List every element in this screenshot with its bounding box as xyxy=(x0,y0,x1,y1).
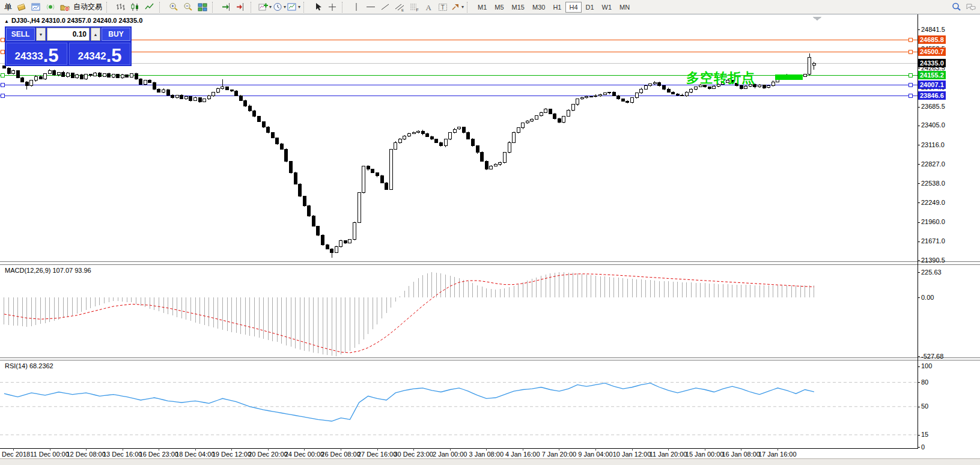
line-chart-button[interactable] xyxy=(142,1,156,13)
candle-body xyxy=(553,114,556,118)
line-anchor-handle[interactable] xyxy=(1,50,4,54)
bar-chart-button[interactable] xyxy=(114,1,127,13)
auto-scroll-button[interactable] xyxy=(219,1,233,13)
candle-body xyxy=(439,142,442,146)
price-axis-tick-label: 24841.5 xyxy=(921,26,945,33)
chat-button[interactable] xyxy=(964,1,978,13)
volume-input[interactable] xyxy=(47,28,90,41)
line-anchor-handle[interactable] xyxy=(1,38,4,41)
line-anchor-handle[interactable] xyxy=(908,50,912,54)
one-click-trading-panel: SELL ▼ ▲ BUY 24333.5 24342.5 xyxy=(5,26,132,66)
macd-axis-tick-label: 0.00 xyxy=(921,294,934,301)
buy-button[interactable]: BUY xyxy=(102,28,130,41)
candle-body xyxy=(653,82,656,84)
trendline-button[interactable] xyxy=(378,1,392,13)
zoom-out-icon xyxy=(183,2,193,12)
time-axis-tick-label: 10 Jan 12:00 xyxy=(613,451,651,458)
search-button[interactable] xyxy=(949,1,963,13)
dropdown-arrow-icon[interactable]: ▾ xyxy=(269,4,272,10)
autotrading-button[interactable] xyxy=(58,1,72,13)
candle-body xyxy=(330,249,333,253)
line-anchor-handle[interactable] xyxy=(1,73,4,77)
line-anchor-handle[interactable] xyxy=(1,84,4,87)
autotrading-label[interactable]: 自动交易 xyxy=(72,2,103,12)
line-anchor-handle[interactable] xyxy=(908,84,912,87)
fibonacci-button[interactable]: F xyxy=(407,1,421,13)
price-axis-tick-label: 23685.5 xyxy=(921,103,945,110)
sell-price-pips: .5 xyxy=(43,48,59,63)
horizontal-line-button[interactable] xyxy=(364,1,377,13)
price-chart-canvas[interactable]: 多空转折点 xyxy=(0,14,918,261)
candle-body xyxy=(85,74,88,79)
buy-price-display[interactable]: 24342.5 xyxy=(69,43,130,65)
arrows-button[interactable]: ▾ xyxy=(450,1,464,13)
dropdown-arrow-icon[interactable]: ▾ xyxy=(284,4,286,10)
cursor-icon xyxy=(312,2,323,12)
collapse-panel-icon[interactable]: ▲ xyxy=(4,19,9,24)
rsi-pane-canvas[interactable] xyxy=(0,360,918,448)
timeframe-mn-button[interactable]: MN xyxy=(616,2,633,13)
volume-decrease-button[interactable]: ▼ xyxy=(36,28,46,41)
candle-body xyxy=(148,81,151,82)
zoom-out-button[interactable] xyxy=(181,1,195,13)
candle-body xyxy=(467,133,470,139)
candle-body xyxy=(398,139,401,143)
time-axis-tick-label: 3 Jan 08:00 xyxy=(469,451,504,458)
line-anchor-handle[interactable] xyxy=(908,94,912,98)
highlight-zone-rect[interactable] xyxy=(775,74,803,80)
timeframe-h1-button[interactable]: H1 xyxy=(549,2,565,13)
chart-shift-marker-icon[interactable] xyxy=(812,17,822,20)
line-anchor-handle[interactable] xyxy=(908,73,912,77)
dropdown-arrow-icon[interactable]: ▾ xyxy=(461,4,464,10)
rsi-axis-tick-label: 50 xyxy=(921,403,928,410)
text-button[interactable]: A xyxy=(421,1,435,13)
timeframe-h4-button[interactable]: H4 xyxy=(565,2,581,13)
candle-body xyxy=(108,74,111,78)
autotrading-icon xyxy=(59,2,70,12)
line-anchor-handle[interactable] xyxy=(908,38,912,41)
volume-increase-button[interactable]: ▲ xyxy=(91,28,100,41)
dropdown-arrow-icon[interactable]: ▾ xyxy=(298,4,300,10)
crosshair-button[interactable] xyxy=(325,1,339,13)
timeframe-m15-button[interactable]: M15 xyxy=(508,2,528,13)
vertical-line-button[interactable] xyxy=(349,1,363,13)
zoom-in-button[interactable] xyxy=(166,1,180,13)
line-anchor-handle[interactable] xyxy=(1,94,4,98)
signal-button[interactable] xyxy=(43,1,57,13)
sell-price-display[interactable]: 24333.5 xyxy=(6,43,67,65)
chart-annotation-text[interactable]: 多空转折点 xyxy=(686,70,755,85)
horizontal-line-icon xyxy=(365,2,376,12)
periods-button[interactable]: ▾ xyxy=(272,1,286,13)
axis-tick xyxy=(918,29,920,30)
candle-body xyxy=(690,89,693,93)
candle-body xyxy=(599,94,602,96)
candle-body xyxy=(385,183,388,189)
time-axis-tick-label: 16 Jan 08:00 xyxy=(722,451,760,458)
macd-pane-canvas[interactable] xyxy=(0,265,918,357)
candle-body xyxy=(239,96,242,100)
chart-shift-button[interactable] xyxy=(234,1,248,13)
tile-windows-button[interactable] xyxy=(195,1,209,13)
timeframe-d1-button[interactable]: D1 xyxy=(582,2,598,13)
auto-scroll-icon xyxy=(221,2,232,12)
templates-button[interactable]: ▾ xyxy=(287,1,300,13)
timeframe-w1-button[interactable]: W1 xyxy=(598,2,616,13)
candle-body xyxy=(567,111,570,117)
chart-window-button[interactable] xyxy=(29,1,43,13)
candle-body xyxy=(299,184,302,196)
text-label-button[interactable]: T xyxy=(436,1,449,13)
new-order-label[interactable]: 单 xyxy=(2,2,14,13)
axis-tick xyxy=(918,435,920,436)
timeframe-m5-button[interactable]: M5 xyxy=(491,2,507,13)
sell-button[interactable]: SELL xyxy=(6,28,35,41)
time-axis-tick-label: 7 Dec 2018 xyxy=(0,451,30,458)
svg-text:F: F xyxy=(416,8,418,12)
timeframe-m30-button[interactable]: M30 xyxy=(529,2,549,13)
cursor-button[interactable] xyxy=(311,1,324,13)
candle-body xyxy=(53,70,56,75)
candlestick-chart-button[interactable] xyxy=(128,1,142,13)
equidistant-channel-button[interactable]: E xyxy=(392,1,406,13)
indicators-button[interactable]: ▾ xyxy=(258,1,272,13)
timeframe-m1-button[interactable]: M1 xyxy=(474,2,490,13)
gold-book-button[interactable] xyxy=(14,1,28,13)
